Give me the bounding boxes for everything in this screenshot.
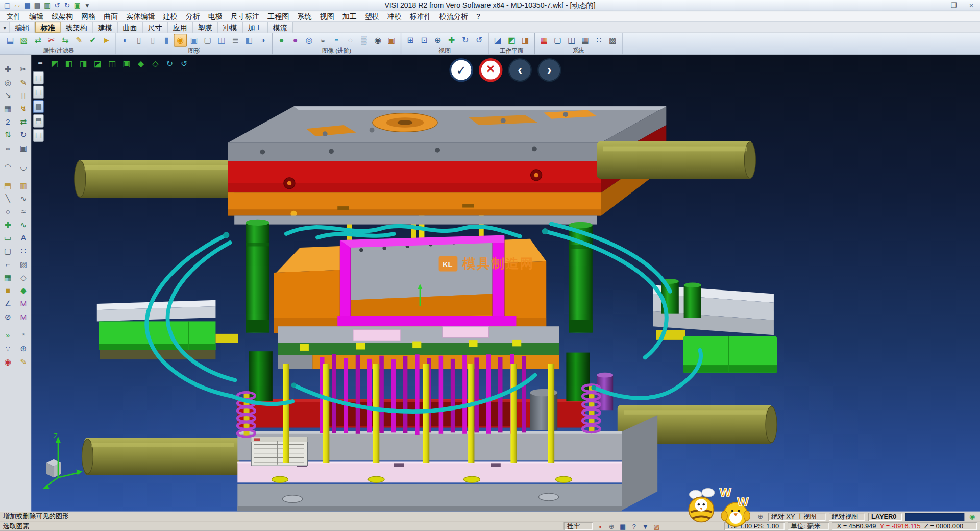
workplane-custom-icon[interactable]: ◨ <box>519 34 532 47</box>
grid-status-icon[interactable]: ▦ <box>618 522 627 530</box>
trim-tool-icon[interactable]: ✂ <box>16 63 32 77</box>
zoom-window-icon[interactable]: ⊡ <box>418 34 431 47</box>
snap-settings-icon[interactable]: ∷ <box>593 34 606 47</box>
export-icon[interactable]: » <box>0 329 16 343</box>
apply-filter-icon[interactable]: ✔ <box>86 34 100 47</box>
dashed-rect-icon[interactable]: ▢ <box>0 245 16 258</box>
break-tool-icon[interactable]: ↯ <box>16 103 32 116</box>
shaded-solid-icon[interactable]: ▮ <box>160 34 173 47</box>
pick-filter-icon[interactable]: ► <box>100 34 113 47</box>
preferences-icon[interactable]: ▩ <box>606 34 620 47</box>
mold-assembly-scene[interactable]: KL 模具制造网 Z <box>31 55 980 512</box>
target-icon[interactable]: ⊕ <box>16 343 32 356</box>
offset-tool-icon[interactable]: ⇔ <box>0 142 16 155</box>
record-status-icon[interactable]: ▪ <box>596 522 605 530</box>
tab-模流[interactable]: 模流 <box>268 22 293 33</box>
wave-tool-icon[interactable]: ≈ <box>16 206 32 219</box>
face-tool-icon[interactable]: ▥ <box>16 179 32 192</box>
color-filter-icon[interactable]: ▧ <box>17 34 31 47</box>
menu-item-电极[interactable]: 电极 <box>204 11 227 21</box>
swap-attributes-icon[interactable]: ⇄ <box>31 34 44 47</box>
wireframe-mode-icon[interactable]: ▯ <box>133 34 146 47</box>
hatch-tool-icon[interactable]: ▨ <box>16 258 32 272</box>
previous-view-icon[interactable]: ↺ <box>473 34 486 47</box>
tab-编辑[interactable]: 编辑 <box>10 22 35 33</box>
tab-冲模[interactable]: 冲模 <box>218 22 243 33</box>
view-front-icon[interactable]: ◨ <box>77 58 90 69</box>
scale-tool-icon[interactable]: 2 <box>0 116 16 129</box>
view-mode-field[interactable]: 绝对 XY 上视图 <box>768 512 826 520</box>
right-green-block[interactable] <box>656 330 777 373</box>
menu-item-文件[interactable]: 文件 <box>3 11 25 21</box>
pencil2-icon[interactable]: ✎ <box>16 356 32 369</box>
color-preview-field[interactable] <box>905 512 964 520</box>
menu-item-标准件[interactable]: 标准件 <box>406 11 435 21</box>
menu-item-建模[interactable]: 建模 <box>159 11 182 21</box>
tie-bar-right[interactable] <box>597 141 755 179</box>
transparency-icon[interactable]: ◌ <box>344 34 357 47</box>
macro2-icon[interactable]: M <box>16 311 32 324</box>
view-top-icon[interactable]: ◧ <box>62 58 76 69</box>
rotate-view-icon[interactable]: ↻ <box>459 34 472 47</box>
calculator-icon[interactable]: ▦ <box>579 34 592 47</box>
solid-cube-icon[interactable]: ■ <box>0 284 16 298</box>
sheet-tool-icon[interactable]: ▯ <box>16 89 32 103</box>
view-back-icon[interactable]: ◪ <box>91 58 105 69</box>
tab-线架构[interactable]: 线架构 <box>61 22 93 33</box>
texture-icon[interactable]: ◎ <box>303 34 316 47</box>
text-tool-icon[interactable]: A <box>16 232 32 245</box>
menu-item-曲面[interactable]: 曲面 <box>100 11 122 21</box>
settings-icon[interactable]: * <box>16 329 32 343</box>
add-geometry-icon[interactable]: ✚ <box>0 219 16 232</box>
palette-status-icon[interactable]: ▨ <box>652 522 661 530</box>
menu-item-实体编辑[interactable]: 实体编辑 <box>122 11 159 21</box>
dock-tab-1-icon[interactable]: ▤ <box>33 71 44 85</box>
help-status-icon[interactable]: ? <box>629 522 639 530</box>
plot-icon[interactable]: ▥ <box>42 1 52 10</box>
tab-曲面[interactable]: 曲面 <box>118 22 143 33</box>
sketch-tool-icon[interactable]: ✎ <box>16 76 32 89</box>
snapshot-icon[interactable]: ▣ <box>385 34 398 47</box>
shadow-icon[interactable]: ◒ <box>316 34 330 47</box>
save-file-icon[interactable]: ▦ <box>22 1 32 10</box>
snap-point-icon[interactable]: ◎ <box>0 76 16 89</box>
tab-标准[interactable]: 标准 <box>35 22 61 33</box>
tab-加工[interactable]: 加工 <box>243 22 268 33</box>
dock-tab-4-icon[interactable]: ▤ <box>33 114 44 128</box>
dual-screen-icon[interactable]: ◫ <box>565 34 578 47</box>
left-lower-bar[interactable] <box>82 438 239 475</box>
world-icon[interactable]: ◉ <box>968 512 977 521</box>
circle-tool-icon[interactable]: ○ <box>0 206 16 219</box>
line-tool-icon[interactable]: ╲ <box>0 192 16 206</box>
menu-item-?[interactable]: ? <box>472 11 484 21</box>
save-status-icon[interactable]: ▼ <box>641 522 650 530</box>
arc-tool-icon[interactable]: ◠ <box>0 161 16 174</box>
rotate-tool-icon[interactable]: ↻ <box>16 129 32 142</box>
view-rotate-icon[interactable]: ↻ <box>163 58 177 69</box>
mesh-tool-icon[interactable]: ▦ <box>0 271 16 284</box>
layer-field[interactable]: LAYER0 <box>868 512 902 520</box>
maximize-button[interactable]: ❐ <box>945 0 962 11</box>
magnifier-status-icon[interactable]: ⊕ <box>607 522 616 530</box>
back-button[interactable]: ‹ <box>508 58 532 82</box>
undo-icon[interactable]: ↺ <box>53 1 62 10</box>
diameter-icon[interactable]: ⊘ <box>0 311 16 324</box>
tie-bar-left[interactable] <box>75 160 234 197</box>
tab-应用[interactable]: 应用 <box>168 22 193 33</box>
menu-item-加工[interactable]: 加工 <box>338 11 360 21</box>
view-iso-icon[interactable]: ◩ <box>48 58 61 69</box>
section-view-icon[interactable]: ◧ <box>242 34 256 47</box>
spline-tool-icon[interactable]: ∿ <box>16 192 32 206</box>
array-tool-icon[interactable]: ▣ <box>16 142 32 155</box>
reflection-icon[interactable]: ◓ <box>330 34 344 47</box>
confirm-button[interactable]: ✓ <box>449 58 473 82</box>
fillet-tool-icon[interactable]: ◡ <box>16 161 32 174</box>
solid-green-icon[interactable]: ◆ <box>16 284 32 298</box>
die-label-plate[interactable] <box>251 437 307 466</box>
workplane-align-icon[interactable]: ◩ <box>505 34 518 47</box>
attribute-manager-icon[interactable]: ▤ <box>4 34 17 47</box>
close-button[interactable]: × <box>963 0 980 11</box>
print-icon[interactable]: ▤ <box>33 1 42 10</box>
move-tool-icon[interactable]: ✚ <box>0 63 16 77</box>
menu-item-线架构[interactable]: 线架构 <box>47 11 77 21</box>
